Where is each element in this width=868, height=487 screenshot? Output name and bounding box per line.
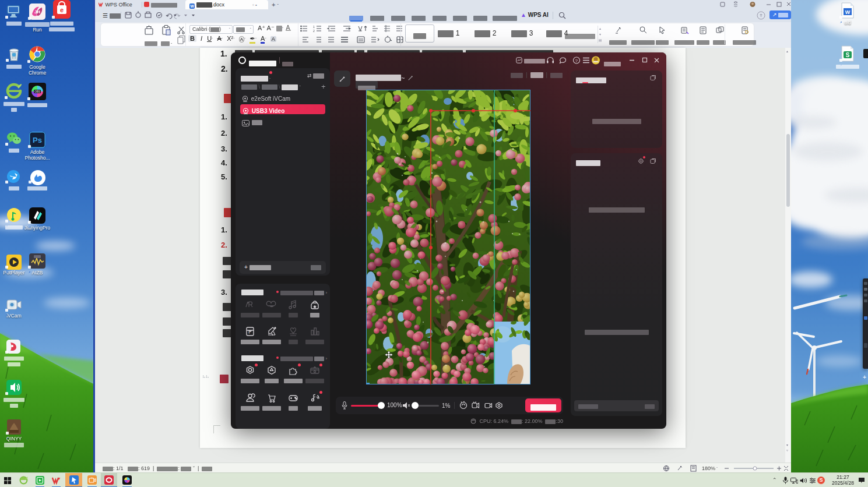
svg-text:180%: 180% — [702, 465, 715, 471]
svg-text:e: e — [60, 6, 64, 13]
svg-text:1: 1 — [313, 25, 315, 29]
svg-text:?: ? — [575, 58, 578, 63]
svg-text:ˇ: ˇ — [716, 467, 718, 470]
svg-text:W: W — [845, 9, 851, 15]
svg-text:OBS: OBS — [34, 90, 40, 93]
svg-text:¥: ¥ — [248, 331, 250, 334]
svg-text:S: S — [846, 52, 850, 58]
svg-text:JH: JH — [34, 9, 40, 15]
svg-text:Ps: Ps — [33, 136, 42, 144]
svg-text:2: 2 — [313, 29, 315, 33]
